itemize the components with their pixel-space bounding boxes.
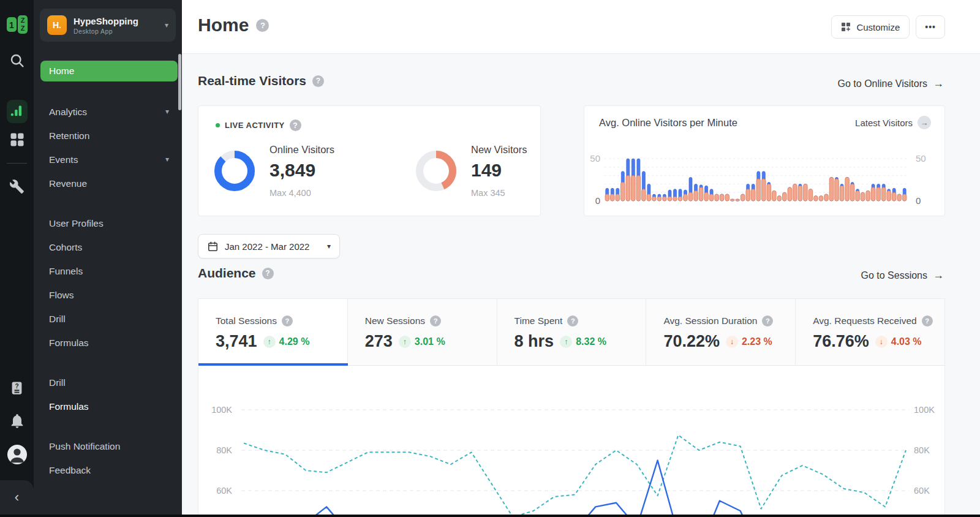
page-header: Home ? Customize •••	[182, 0, 980, 54]
icon-rail: 1 Z Z	[0, 0, 34, 517]
online-visitors-value: 3,849	[270, 160, 334, 181]
sidebar-item-revenue[interactable]: Revenue	[40, 172, 178, 195]
sidebar-item-home[interactable]: Home	[40, 61, 178, 81]
help-icon[interactable]: ?	[762, 315, 773, 326]
sidebar-collapse-button[interactable]: ‹	[0, 480, 34, 515]
help-icon[interactable]: ?	[430, 315, 441, 326]
visitors-bar-chart: 500500	[584, 106, 946, 219]
sidebar-item-drill[interactable]: Drill	[40, 307, 178, 331]
svg-text:?: ?	[15, 383, 18, 390]
go-to-sessions-link[interactable]: Go to Sessions →	[861, 269, 944, 282]
sidebar-item-events[interactable]: Events▾	[40, 148, 178, 172]
svg-text:50: 50	[590, 153, 600, 164]
workspace-name: HypeShopping	[74, 16, 165, 26]
svg-text:0: 0	[916, 195, 921, 206]
more-options-button[interactable]: •••	[916, 15, 945, 39]
customize-grid-icon	[841, 22, 851, 32]
rail-divider	[7, 163, 27, 164]
help-icon[interactable]: ?	[922, 315, 933, 326]
chevron-down-icon: ▾	[327, 242, 331, 251]
delta-badge: ↓2.23 %	[726, 336, 772, 348]
sidebar-item-cohorts[interactable]: Cohorts	[40, 235, 178, 259]
sidebar-item-formulas[interactable]: Formulas	[40, 394, 178, 418]
customize-button[interactable]: Customize	[831, 15, 910, 39]
dashboard-content: Real-time Visitors ? Go to Online Visito…	[182, 54, 980, 517]
sidebar-item-push-notification[interactable]: Push Notification	[40, 434, 178, 458]
svg-text:100K: 100K	[914, 405, 935, 415]
analytics-icon[interactable]	[0, 100, 34, 123]
live-activity-label: LIVE ACTIVITY	[225, 121, 285, 130]
live-activity-card: LIVE ACTIVITY ? Online Visitors 3,849 Ma…	[198, 105, 541, 216]
svg-text:80K: 80K	[914, 445, 930, 455]
user-avatar[interactable]	[0, 445, 34, 464]
delta-badge: ↑3.01 %	[399, 336, 445, 348]
settings-wrench-icon[interactable]	[0, 179, 34, 194]
sidebar-item-user-profiles[interactable]: User Profiles	[40, 211, 178, 235]
notifications-bell-icon[interactable]	[0, 412, 34, 429]
help-icon[interactable]: ?	[256, 19, 269, 32]
svg-text:100K: 100K	[211, 405, 232, 415]
delta-badge: ↑8.32 %	[560, 336, 606, 348]
app-logo-icon[interactable]: 1 Z Z	[0, 13, 34, 36]
calendar-icon	[207, 241, 219, 252]
svg-text:Z: Z	[20, 17, 24, 24]
svg-text:60K: 60K	[216, 486, 232, 496]
workspace-logo: H.	[47, 15, 67, 35]
new-visitors-widget: New Visitors 149 Max 345	[416, 144, 527, 198]
help-icon[interactable]: ?	[290, 119, 301, 131]
tab-time-spent[interactable]: Time Spent? 8 hrs↑8.32 %	[497, 299, 647, 365]
svg-text:1: 1	[9, 20, 14, 30]
kpi-tab-row: Total Sessions? 3,741↑4.29 % New Session…	[198, 299, 944, 366]
help-icon[interactable]: ?	[262, 268, 274, 279]
help-icon[interactable]: ?	[567, 315, 578, 326]
tab-avg-session-duration[interactable]: Avg. Session Duration? 70.22%↓2.23 %	[646, 299, 796, 365]
visitors-per-minute-card: Avg. Online Visitors per Minute Latest V…	[584, 105, 945, 216]
page-title: Home ?	[198, 15, 269, 36]
audience-section-heading: Audience ?	[198, 266, 274, 281]
arrow-right-icon: →	[933, 77, 944, 90]
chevron-left-icon: ‹	[15, 489, 19, 505]
sidebar-item-drill[interactable]: Drill	[40, 371, 178, 394]
go-to-online-visitors-link[interactable]: Go to Online Visitors →	[838, 77, 944, 90]
sidebar-item-analytics[interactable]: Analytics▾	[40, 100, 178, 124]
date-range-value: Jan 2022 - Mar 2022	[225, 241, 309, 252]
help-docs-icon[interactable]: ?	[0, 380, 34, 396]
svg-text:0: 0	[595, 195, 600, 206]
chevron-down-icon: ▾	[165, 100, 169, 124]
delta-badge: ↑4.29 %	[263, 336, 310, 348]
screen-bottom-strip	[0, 515, 980, 517]
new-visitors-value: 149	[471, 160, 527, 181]
online-visitors-widget: Online Visitors 3,849 Max 4,400	[214, 144, 334, 198]
apps-grid-icon[interactable]	[0, 131, 34, 148]
workspace-switcher[interactable]: H. HypeShopping Desktop App ▾	[40, 9, 176, 42]
search-icon[interactable]	[0, 52, 34, 69]
tab-new-sessions[interactable]: New Sessions? 273↑3.01 %	[348, 299, 497, 365]
new-visitors-max: Max 345	[471, 188, 527, 198]
sidebar-scrollbar[interactable]	[178, 54, 181, 110]
arrow-right-icon: →	[933, 269, 944, 282]
date-range-picker[interactable]: Jan 2022 - Mar 2022 ▾	[198, 234, 340, 258]
app-window: 1 Z Z	[0, 0, 980, 517]
main-area: Home ? Customize •••	[182, 0, 980, 517]
realtime-section-heading: Real-time Visitors ?	[198, 74, 324, 88]
help-icon[interactable]: ?	[312, 75, 324, 87]
chevron-down-icon: ▾	[165, 148, 169, 172]
new-visitors-label: New Visitors	[471, 144, 527, 156]
tab-avg-requests-received[interactable]: Avg. Requests Received? 76.76%↓4.03 %	[796, 299, 944, 365]
delta-badge: ↓4.03 %	[875, 336, 922, 348]
online-visitors-max: Max 4,400	[270, 188, 334, 198]
workspace-type: Desktop App	[74, 28, 165, 35]
sidebar-item-retention[interactable]: Retention	[40, 124, 178, 148]
sidebar: H. HypeShopping Desktop App ▾ HomeAnalyt…	[34, 0, 182, 517]
help-icon[interactable]: ?	[282, 315, 293, 326]
sidebar-item-formulas[interactable]: Formulas	[40, 331, 178, 355]
new-visitors-donut	[416, 151, 456, 191]
selected-tab-underline	[198, 363, 348, 366]
sidebar-item-flows[interactable]: Flows	[40, 283, 178, 307]
svg-text:Z: Z	[20, 25, 24, 32]
online-visitors-label: Online Visitors	[270, 144, 334, 156]
sidebar-item-funnels[interactable]: Funnels	[40, 259, 178, 283]
ellipsis-icon: •••	[925, 22, 936, 32]
sidebar-item-feedback[interactable]: Feedback	[40, 458, 178, 482]
tab-total-sessions[interactable]: Total Sessions? 3,741↑4.29 %	[198, 299, 348, 365]
